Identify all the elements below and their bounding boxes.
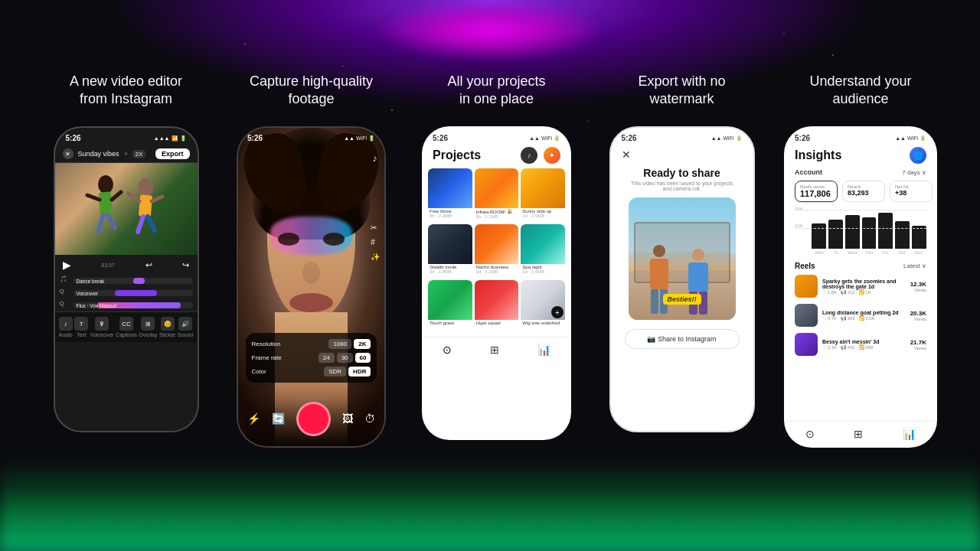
feature-title-4: Export with no watermark [638,73,725,111]
p3-chart-icon[interactable]: 📊 [537,344,550,356]
project-wig[interactable]: Wig was snatched + [521,280,565,334]
music-add-icon[interactable]: ♪ [521,147,537,164]
tool-captions[interactable]: CC Captions [116,317,137,337]
stat-net-value: +38 [895,189,927,197]
eye-left [278,233,300,246]
p3-header-icons: ♪ ✦ [521,147,560,164]
p1-close-btn[interactable]: ✕ [63,148,74,159]
stat-net-followers[interactable]: Net fol. +38 [890,181,933,202]
overlay-icon: ⊞ [141,317,155,331]
stat-reels-views[interactable]: Reels views 117,806 [795,181,838,202]
p3-title: Projects [433,148,481,162]
p5-chart-icon[interactable]: 📊 [903,428,916,440]
p5-home-icon[interactable]: ⊙ [805,428,815,440]
p1-time: 5:26 [66,134,81,142]
tool-overlay[interactable]: ⊞ Overlay [139,317,157,337]
project-touch-grass[interactable]: Touch grass [428,280,472,334]
p1-badge-2x[interactable]: 2X [132,150,146,158]
eye-right [323,233,345,246]
hdr-btn[interactable]: HDR [348,367,371,377]
flip-icon[interactable]: 🔄 [272,412,285,425]
svg-point-0 [98,175,113,194]
fps-30-btn[interactable]: 30 [337,353,353,363]
chart-line-24k [795,210,926,210]
project-spa[interactable]: Spa night 3d · 1.5MB [521,224,565,278]
p2-edit-icons: ✂ # ✨ [371,223,380,261]
reel-item-1[interactable]: Sparky gets the zoomies and destroys the… [786,272,936,301]
reel-item-2[interactable]: Long distance goat petting 2d ♡ 4.7K · 📢… [786,301,936,330]
tool-text[interactable]: T Text [74,317,88,337]
globe-icon[interactable]: 🌐 [910,147,926,164]
tool-voiceover[interactable]: 🎙 Voiceover [90,317,114,337]
undo-icon[interactable]: ↩ [145,260,152,270]
magic-icon[interactable]: ✨ [371,253,380,261]
record-button[interactable] [296,402,331,436]
p3-home-icon[interactable]: ⊙ [443,344,452,356]
main-content: A new video editor from Instagram 5:26 ▲… [0,0,980,551]
fps-60-btn[interactable]: 60 [355,353,371,363]
scissors-icon[interactable]: ✂ [371,223,380,232]
y-label-24k: 24K [795,207,803,211]
p5-status-bar: 5:26 ▲▲ WiFi 🔋 [786,128,936,145]
tool-sound[interactable]: 🔊 Sound [178,317,193,337]
project-nacho[interactable]: Nacho business 2d · 3.2MB [475,224,519,278]
tool-sticker[interactable]: 😊 Sticker [159,317,175,337]
battery-icon: 🔋 [180,135,187,142]
p1-export-btn[interactable]: Export [155,148,190,159]
reel-meta-goat: ♡ 4.7K · 📢 903 · 🔁 3.5K [822,315,906,321]
res-2k-btn[interactable]: 2K [354,339,371,349]
p4-close-btn[interactable]: ✕ [622,148,631,161]
reel-title-goat: Long distance goat petting 2d [822,310,906,315]
reel-title-sparky: Sparky gets the zoomies and destroys the… [822,279,906,289]
p5-days-dropdown[interactable]: 7 days ∨ [902,169,926,176]
fps-24-btn[interactable]: 24 [318,353,335,363]
p3-battery: 🔋 [554,135,560,142]
project-sunny[interactable]: Sunny side up 1d · 2.9MB [521,168,565,222]
res-1080-btn[interactable]: 1080 [328,339,351,349]
sound-icon: 🔊 [178,317,192,331]
sdr-btn[interactable]: SDR [324,367,346,377]
p5-grid-icon[interactable]: ⊞ [854,428,863,440]
project-inflata[interactable]: Inflata-BOOM! 🎉 5h · 1.1MB [475,168,519,222]
tool-audio[interactable]: ♪ Audio [59,317,73,337]
project-free-throw[interactable]: Free throw 5h · 2.3MB [428,168,472,222]
p2-status-icons: ▲▲ WiFi 🔋 [344,134,375,142]
flash-icon[interactable]: ⚡ [247,412,260,425]
bar-wed [845,215,860,249]
color-buttons: SDR HDR [324,367,371,377]
gallery-icon[interactable]: 🖼 [342,412,353,425]
thumb-free-throw [428,168,472,208]
share-instagram-btn[interactable]: 📷 Share to Instagram [625,329,740,349]
project-hype[interactable]: Hype squad [475,280,519,334]
stat-reach[interactable]: Reach 83,293 [842,181,885,202]
label-fri: Fri [877,250,893,255]
besties-label: Besties!! [662,294,701,305]
p2-time: 5:26 [247,134,263,142]
audio-label: Audio [59,332,73,337]
label-sat: Sat [893,250,910,255]
play-icon[interactable]: ▶ [63,259,71,271]
p3-avatar-icon[interactable]: ✦ [544,147,560,164]
timer-icon[interactable]: ⏱ [364,412,375,425]
bar-fri [878,213,893,249]
voiceover-track [115,290,157,296]
feature-column-2: Capture high-quality footage [223,73,400,448]
chart-x-labels: Mon Tu Wed Thu Fri Sat Sun [795,249,926,256]
p2-camera-view: ♪ ✂ # ✨ 5:26 ▲▲ Wi [238,128,384,446]
grid-icon[interactable]: # [371,238,380,246]
p4-status-icons: ▲▲ WiFi 🔋 [711,134,743,142]
p4-ready-sub: This video has been saved to your projec… [611,181,753,191]
wifi-icon: 📶 [172,135,178,142]
redo-icon[interactable]: ↪ [182,260,189,270]
add-project-btn[interactable]: + [551,306,564,318]
p3-grid-icon[interactable]: ⊞ [490,344,499,356]
q1-icon: Q [60,288,70,298]
project-stealth[interactable]: Stealth mode 2d · 1.8MB [428,224,472,278]
voiceover-icon: 🎙 [95,317,109,331]
p2-photo: ♪ ✂ # ✨ 5:26 ▲▲ Wi [238,128,384,446]
svg-line-8 [129,194,139,201]
svg-line-5 [108,215,115,228]
svg-point-6 [138,178,153,197]
reel-item-3[interactable]: Bessy ain't messin' 3d ♡ 2.1K · 📢 441 · … [786,330,936,359]
p5-latest-dropdown[interactable]: Latest ∨ [903,262,926,269]
